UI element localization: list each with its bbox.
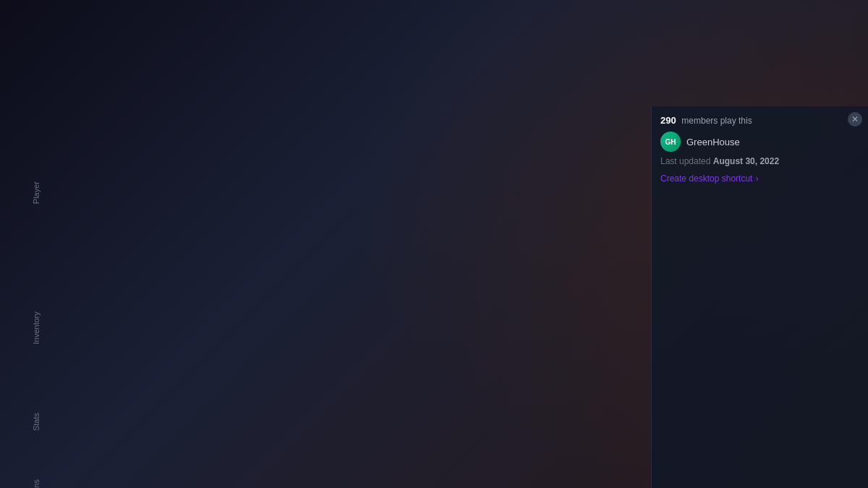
desktop-shortcut-link[interactable]: Create desktop shortcut › — [660, 174, 859, 184]
last-updated: Last updated August 30, 2022 — [660, 156, 859, 166]
stats-label: Stats — [32, 413, 41, 431]
member-count: 290 members play this — [660, 115, 752, 126]
weapons-label: Weapons — [32, 479, 41, 488]
panel-close-button[interactable]: ✕ — [848, 112, 862, 127]
inventory-label: Inventory — [32, 312, 41, 344]
right-panel: ✕ 290 members play this GH GreenHouse La… — [651, 106, 868, 488]
creator-row: GH GreenHouse — [660, 132, 859, 152]
creator-avatar: GH — [660, 132, 681, 152]
player-label: Player — [32, 181, 41, 204]
members-row: 290 members play this — [660, 115, 859, 126]
chevron-right-icon: › — [755, 174, 758, 184]
creator-name: GreenHouse — [686, 137, 740, 147]
